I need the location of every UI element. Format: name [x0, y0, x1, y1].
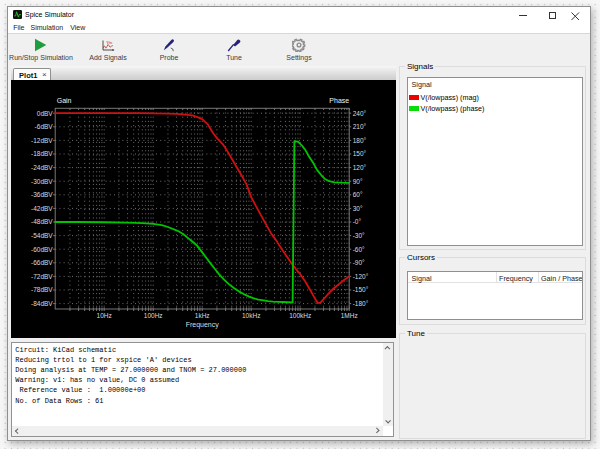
- svg-text:-12dBV: -12dBV: [31, 137, 53, 144]
- svg-text:-150°: -150°: [352, 286, 368, 293]
- scroll-up-icon[interactable]: [385, 346, 390, 351]
- gear-icon: [261, 38, 337, 53]
- svg-text:-0°: -0°: [352, 218, 361, 225]
- svg-text:-6dBV: -6dBV: [34, 123, 53, 130]
- svg-text:-36dBV: -36dBV: [31, 191, 53, 198]
- svg-text:-48dBV: -48dBV: [31, 218, 53, 225]
- svg-text:210°: 210°: [352, 123, 366, 130]
- svg-text:30°: 30°: [352, 205, 362, 212]
- scroll-right-icon[interactable]: [375, 428, 380, 433]
- svg-text:-60°: -60°: [352, 246, 364, 253]
- title-bar: Spice Simulator: [8, 7, 590, 22]
- signals-list[interactable]: Signal V(/lowpass) (mag) V(/lowpass) (ph…: [407, 77, 584, 247]
- svg-text:-30°: -30°: [352, 232, 364, 239]
- plot-tab-strip: Plot1 ×: [11, 66, 396, 80]
- bode-plot[interactable]: 0dBV240°-6dBV210°-12dBV180°-18dBV150°-24…: [11, 80, 396, 338]
- svg-text:240°: 240°: [352, 110, 366, 117]
- svg-text:0dBV: 0dBV: [37, 110, 54, 117]
- svg-text:100kHz: 100kHz: [289, 312, 311, 319]
- svg-text:1MHz: 1MHz: [341, 312, 358, 319]
- toolbar: Run/Stop Simulation Vin Add Signals Pro: [8, 35, 590, 66]
- cursors-table-header: Signal Frequency Gain / Phase: [408, 272, 583, 284]
- signal-color-swatch-mag: [409, 95, 419, 101]
- cursors-table[interactable]: Signal Frequency Gain / Phase: [407, 271, 584, 321]
- cursors-panel-title: Cursors: [405, 253, 437, 262]
- svg-text:-18dBV: -18dBV: [31, 150, 53, 157]
- tab-plot1-label: Plot1: [19, 71, 37, 80]
- cursors-header-separator-2: [538, 272, 539, 284]
- cursors-panel: Cursors Signal Frequency Gain / Phase: [399, 257, 586, 325]
- close-icon: [571, 12, 580, 21]
- tab-close-icon[interactable]: ×: [42, 70, 47, 79]
- cursors-col-gain-phase: Gain / Phase: [541, 274, 583, 283]
- svg-text:-30dBV: -30dBV: [31, 178, 53, 185]
- minimize-icon: [519, 15, 527, 16]
- svg-text:100Hz: 100Hz: [144, 312, 163, 319]
- svg-text:-120°: -120°: [352, 273, 368, 280]
- svg-text:-180°: -180°: [352, 300, 368, 307]
- scroll-down-icon[interactable]: [385, 418, 390, 423]
- svg-text:-72dBV: -72dBV: [31, 273, 53, 280]
- cursors-header-separator-1: [496, 272, 497, 284]
- menu-file[interactable]: File: [13, 22, 24, 34]
- menu-view[interactable]: View: [70, 22, 85, 34]
- signals-panel: Signals Signal V(/lowpass) (mag) V(/lowp…: [399, 66, 586, 250]
- svg-text:-60dBV: -60dBV: [31, 246, 53, 253]
- svg-text:-78dBV: -78dBV: [31, 286, 53, 293]
- svg-text:-84dBV: -84dBV: [31, 300, 53, 307]
- settings-button[interactable]: Settings: [261, 37, 337, 65]
- signal-label-phase: V(/lowpass) (phase): [421, 104, 485, 113]
- cursors-col-signal: Signal: [412, 274, 432, 283]
- window-title: Spice Simulator: [25, 7, 74, 22]
- console-horizontal-scrollbar[interactable]: [12, 426, 383, 436]
- svg-text:-90°: -90°: [352, 259, 364, 266]
- run-icon: [3, 38, 79, 53]
- close-button[interactable]: [566, 7, 588, 23]
- menu-bar: File Simulation View: [8, 22, 590, 34]
- svg-text:-54dBV: -54dBV: [31, 232, 53, 239]
- spice-simulator-window: Spice Simulator File Simulation View Run…: [7, 6, 591, 441]
- signals-column-header: Signal: [412, 80, 432, 89]
- simulation-console: Circuit: KiCad schematic Reducing trtol …: [11, 342, 394, 438]
- scroll-left-icon[interactable]: [16, 428, 21, 433]
- signal-color-swatch-phase: [409, 106, 419, 112]
- console-text[interactable]: Circuit: KiCad schematic Reducing trtol …: [15, 345, 382, 426]
- svg-text:10kHz: 10kHz: [242, 312, 260, 319]
- svg-text:150°: 150°: [352, 150, 366, 157]
- svg-text:-66dBV: -66dBV: [31, 259, 53, 266]
- cursors-col-frequency: Frequency: [499, 274, 533, 283]
- svg-text:1kHz: 1kHz: [195, 312, 210, 319]
- maximize-icon: [549, 12, 556, 19]
- svg-text:Gain: Gain: [56, 97, 71, 104]
- tab-plot1[interactable]: Plot1 ×: [13, 68, 51, 81]
- tune-panel-title: Tune: [405, 329, 427, 338]
- menu-simulation[interactable]: Simulation: [31, 22, 64, 34]
- svg-text:Frequency: Frequency: [185, 321, 219, 329]
- svg-text:120°: 120°: [352, 164, 366, 171]
- svg-text:10Hz: 10Hz: [96, 312, 111, 319]
- console-vertical-scrollbar[interactable]: [383, 343, 393, 427]
- run-stop-simulation-label: Run/Stop Simulation: [3, 54, 79, 61]
- svg-text:90°: 90°: [352, 178, 362, 185]
- svg-text:180°: 180°: [352, 137, 366, 144]
- signals-panel-title: Signals: [405, 62, 435, 71]
- settings-label: Settings: [261, 54, 337, 61]
- svg-text:Phase: Phase: [329, 97, 349, 104]
- maximize-button[interactable]: [542, 7, 564, 23]
- tune-panel: Tune: [399, 333, 586, 439]
- signal-label-mag: V(/lowpass) (mag): [421, 93, 479, 102]
- add-signals-icon-text: Vin: [106, 39, 113, 44]
- run-stop-simulation-button[interactable]: Run/Stop Simulation: [3, 37, 79, 65]
- svg-text:-24dBV: -24dBV: [31, 164, 53, 171]
- minimize-button[interactable]: [512, 7, 534, 23]
- app-icon: [13, 10, 22, 19]
- svg-text:-42dBV: -42dBV: [31, 205, 53, 212]
- svg-text:60°: 60°: [352, 191, 362, 198]
